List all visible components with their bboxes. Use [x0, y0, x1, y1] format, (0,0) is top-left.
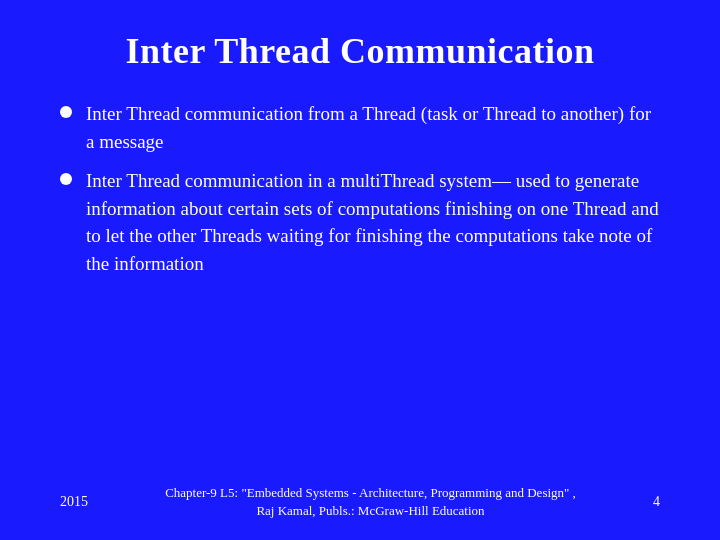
bullet-text-2: Inter Thread communication in a multiThr… — [86, 167, 660, 277]
footer-year: 2015 — [60, 494, 88, 510]
footer-page: 4 — [653, 494, 660, 510]
slide-footer: 2015 Chapter-9 L5: "Embedded Systems - A… — [60, 476, 660, 520]
bullet-text-1: Inter Thread communication from a Thread… — [86, 100, 660, 155]
bullet-dot-1 — [60, 106, 72, 118]
slide-content: Inter Thread communication from a Thread… — [60, 100, 660, 476]
bullet-item-1: Inter Thread communication from a Thread… — [60, 100, 660, 155]
footer-caption: Chapter-9 L5: "Embedded Systems - Archit… — [88, 484, 653, 520]
slide-title: Inter Thread Communication — [60, 30, 660, 72]
bullet-item-2: Inter Thread communication in a multiThr… — [60, 167, 660, 277]
slide: Inter Thread Communication Inter Thread … — [0, 0, 720, 540]
bullet-dot-2 — [60, 173, 72, 185]
